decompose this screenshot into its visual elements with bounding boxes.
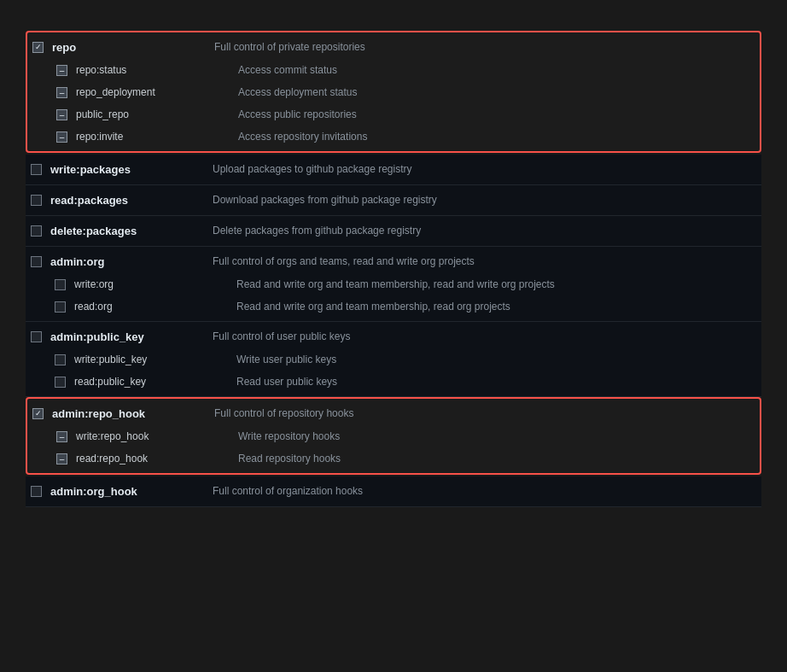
- scope-child-name-repo-1: repo_deployment: [76, 86, 230, 98]
- scope-child-name-repo-3: repo:invite: [76, 131, 230, 143]
- checkbox-read_packages[interactable]: [31, 195, 42, 206]
- scope-section-admin_repo_hook: admin:repo_hookFull control of repositor…: [26, 397, 761, 475]
- scope-row-admin_org-child-0: write:orgRead and write org and team mem…: [31, 273, 756, 295]
- scope-row-admin_public_key-child-1: read:public_keyRead user public keys: [31, 371, 756, 393]
- scope-name-admin_public_key: admin:public_key: [50, 330, 204, 343]
- scope-section-admin_org: admin:orgFull control of orgs and teams,…: [26, 247, 761, 322]
- scope-child-desc-repo-2: Access public repositories: [238, 108, 755, 120]
- scope-name-admin_org: admin:org: [50, 255, 204, 268]
- scope-row-repo: repoFull control of private repositories: [32, 36, 755, 59]
- checkbox-admin_org_hook[interactable]: [31, 486, 42, 497]
- scope-row-repo-child-3: repo:inviteAccess repository invitations: [32, 126, 755, 148]
- checkbox-repo-1[interactable]: [56, 87, 67, 98]
- scope-child-name-repo-2: public_repo: [76, 108, 230, 120]
- scope-row-admin_org_hook: admin:org_hookFull control of organizati…: [31, 480, 756, 503]
- scope-row-write_packages: write:packagesUpload packages to github …: [31, 158, 756, 181]
- scope-child-desc-repo-3: Access repository invitations: [238, 131, 755, 143]
- scope-child-name-admin_public_key-0: write:public_key: [74, 354, 228, 365]
- scope-row-repo-child-2: public_repoAccess public repositories: [32, 103, 755, 126]
- checkbox-admin_repo_hook-0[interactable]: [56, 431, 67, 442]
- scope-child-desc-admin_org-0: Read and write org and team membership, …: [236, 278, 756, 290]
- page-container: repoFull control of private repositories…: [26, 31, 761, 507]
- scope-child-name-admin_repo_hook-1: read:repo_hook: [76, 453, 230, 465]
- checkbox-admin_repo_hook-1[interactable]: [56, 453, 67, 465]
- scope-child-name-admin_org-1: read:org: [74, 301, 228, 313]
- checkbox-repo-3[interactable]: [56, 131, 67, 143]
- scope-desc-admin_org_hook: Full control of organization hooks: [213, 485, 756, 497]
- scope-name-read_packages: read:packages: [50, 194, 204, 207]
- scope-row-admin_repo_hook: admin:repo_hookFull control of repositor…: [32, 402, 755, 425]
- scope-name-repo: repo: [52, 41, 206, 54]
- checkbox-admin_org-0[interactable]: [55, 279, 66, 290]
- scope-desc-repo: Full control of private repositories: [214, 41, 755, 53]
- scope-row-admin_public_key: admin:public_keyFull control of user pub…: [31, 325, 756, 348]
- checkbox-repo-0[interactable]: [56, 65, 67, 76]
- scope-name-write_packages: write:packages: [50, 163, 204, 176]
- scope-section-admin_public_key: admin:public_keyFull control of user pub…: [26, 322, 761, 397]
- scopes-container: repoFull control of private repositories…: [26, 31, 761, 507]
- checkbox-admin_repo_hook[interactable]: [32, 408, 44, 419]
- scope-row-delete_packages: delete:packagesDelete packages from gith…: [31, 219, 756, 243]
- scope-section-admin_org_hook: admin:org_hookFull control of organizati…: [26, 476, 761, 507]
- checkbox-admin_org-1[interactable]: [55, 301, 66, 313]
- scope-child-name-admin_org-0: write:org: [74, 278, 228, 290]
- scope-row-read_packages: read:packagesDownload packages from gith…: [31, 189, 756, 212]
- scope-child-desc-admin_repo_hook-0: Write repository hooks: [238, 430, 755, 442]
- scope-child-desc-repo-0: Access commit status: [238, 64, 755, 76]
- scope-row-admin_public_key-child-0: write:public_keyWrite user public keys: [31, 348, 756, 371]
- scope-child-desc-admin_repo_hook-1: Read repository hooks: [238, 453, 755, 465]
- scope-row-repo-child-0: repo:statusAccess commit status: [32, 59, 755, 81]
- scope-child-name-repo-0: repo:status: [76, 64, 230, 76]
- checkbox-admin_public_key-1[interactable]: [55, 377, 66, 388]
- scope-child-desc-admin_public_key-1: Read user public keys: [236, 376, 756, 388]
- scope-row-admin_repo_hook-child-1: read:repo_hookRead repository hooks: [32, 447, 755, 470]
- scope-desc-write_packages: Upload packages to github package regist…: [213, 163, 756, 175]
- scope-name-admin_org_hook: admin:org_hook: [50, 485, 204, 498]
- scope-child-desc-admin_public_key-0: Write user public keys: [236, 354, 756, 365]
- checkbox-write_packages[interactable]: [31, 164, 42, 175]
- scope-child-desc-repo-1: Access deployment status: [238, 86, 755, 98]
- checkbox-admin_public_key[interactable]: [31, 331, 42, 342]
- scope-desc-delete_packages: Delete packages from github package regi…: [213, 225, 756, 237]
- scope-section-repo: repoFull control of private repositories…: [26, 31, 761, 153]
- checkbox-repo-2[interactable]: [56, 109, 67, 120]
- scope-section-read_packages: read:packagesDownload packages from gith…: [26, 185, 761, 216]
- scope-name-delete_packages: delete:packages: [50, 225, 204, 237]
- scope-child-desc-admin_org-1: Read and write org and team membership, …: [236, 301, 756, 313]
- scope-desc-admin_repo_hook: Full control of repository hooks: [214, 407, 755, 419]
- scope-child-name-admin_public_key-1: read:public_key: [74, 376, 228, 388]
- scope-child-name-admin_repo_hook-0: write:repo_hook: [76, 430, 230, 442]
- scope-desc-admin_org: Full control of orgs and teams, read and…: [213, 255, 756, 267]
- scope-row-admin_repo_hook-child-0: write:repo_hookWrite repository hooks: [32, 425, 755, 447]
- checkbox-admin_org[interactable]: [31, 256, 42, 267]
- scope-desc-read_packages: Download packages from github package re…: [213, 194, 756, 206]
- scope-desc-admin_public_key: Full control of user public keys: [213, 330, 756, 342]
- scope-row-admin_org-child-1: read:orgRead and write org and team memb…: [31, 295, 756, 318]
- checkbox-admin_public_key-0[interactable]: [55, 354, 66, 365]
- scope-section-delete_packages: delete:packagesDelete packages from gith…: [26, 216, 761, 247]
- scope-name-admin_repo_hook: admin:repo_hook: [52, 407, 206, 420]
- checkbox-delete_packages[interactable]: [31, 225, 42, 237]
- checkbox-repo[interactable]: [32, 42, 44, 53]
- scope-row-repo-child-1: repo_deploymentAccess deployment status: [32, 81, 755, 103]
- scope-section-write_packages: write:packagesUpload packages to github …: [26, 155, 761, 185]
- scope-row-admin_org: admin:orgFull control of orgs and teams,…: [31, 250, 756, 273]
